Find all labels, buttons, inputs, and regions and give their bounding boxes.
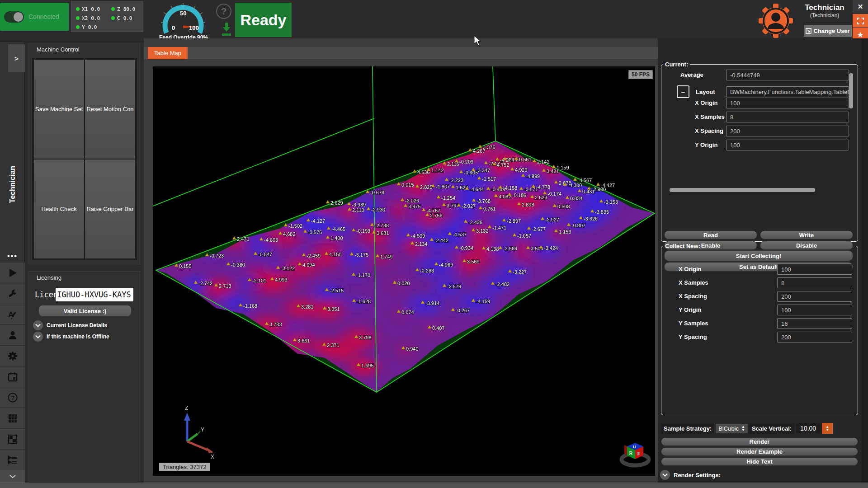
svg-text:4.193: 4.193 — [508, 157, 520, 162]
svg-text:2.756: 2.756 — [430, 213, 443, 218]
sample-strategy-select[interactable]: BiCubic ▲▼ — [716, 424, 748, 433]
row-input[interactable]: 200 — [777, 332, 852, 343]
valid-license-button[interactable]: Valid License :) — [38, 305, 132, 317]
row-input[interactable]: 100 — [777, 264, 852, 275]
svg-text:-3.227: -3.227 — [513, 269, 527, 275]
hide-text-button[interactable]: Hide Text — [661, 457, 858, 466]
svg-text:2.142: 2.142 — [537, 159, 550, 164]
sample-strategy-label: Sample Strategy: — [661, 423, 714, 434]
svg-text:Y: Y — [201, 427, 204, 433]
rail-button-gear[interactable] — [0, 346, 25, 366]
render-button[interactable]: Render — [661, 437, 858, 446]
rail-button-help[interactable]: ? — [0, 387, 25, 408]
svg-text:-0.186: -0.186 — [512, 192, 526, 198]
render-settings-row[interactable]: Render Settings: — [660, 470, 721, 480]
svg-text:4.150: 4.150 — [329, 252, 342, 257]
rail-collapse-button[interactable] — [0, 470, 25, 483]
row-input[interactable]: 100 — [777, 305, 852, 315]
machine-control-button[interactable]: Raise Gripper Bar — [85, 160, 135, 258]
help-icon[interactable]: ? — [216, 4, 231, 19]
row-input[interactable]: 100 — [726, 140, 849, 150]
scale-vertical-input[interactable]: 10.00 — [796, 423, 821, 433]
machine-control-button[interactable]: Reset Motion Con — [85, 60, 135, 159]
svg-text:2.629: 2.629 — [330, 200, 343, 206]
fullscreen-button[interactable] — [853, 14, 868, 28]
axis-name: X2 — [82, 15, 88, 21]
svg-text:-2.927: -2.927 — [545, 217, 559, 222]
axis-value: 0.0 — [123, 15, 132, 21]
collect-row-x-spacing: X Spacing200 — [664, 293, 852, 300]
license-key-input[interactable]: IGHUO-HXVUG-KAYS — [56, 288, 133, 301]
license-collapse-row[interactable]: If this machine is Offline — [33, 332, 109, 342]
change-user-button[interactable]: Change User — [804, 25, 852, 37]
gauge-icon: 50 0 100 — [157, 1, 210, 34]
row-label: X Samples — [679, 279, 708, 286]
triangles-badge: Triangles: 37372 — [159, 463, 210, 471]
row-input[interactable]: 200 — [777, 291, 852, 302]
scale-vertical-spinner[interactable]: ▲▼ — [822, 423, 833, 434]
rail-button-wrench[interactable] — [0, 283, 25, 304]
wrench-icon — [7, 288, 18, 299]
svg-text:3.569: 3.569 — [467, 259, 480, 264]
current-row-x-samples: X Samples8 — [664, 113, 852, 120]
svg-text:-2.223: -2.223 — [449, 178, 463, 183]
svg-text:-2.897: -2.897 — [507, 218, 521, 224]
rail-button-checkerboard[interactable] — [0, 429, 25, 450]
row-input[interactable]: 8 — [777, 277, 852, 288]
license-collapse-row[interactable]: Current License Details — [33, 320, 107, 330]
row-input[interactable]: -0.5444749 — [726, 70, 849, 80]
help-icon: ? — [7, 392, 18, 403]
feed-override-gauge[interactable]: 50 0 100 Feed Override 90% — [157, 1, 210, 42]
current-horizontal-scrollbar[interactable] — [670, 188, 815, 192]
rail-button-edit-text[interactable]: A — [0, 304, 25, 325]
collect-row-y-origin: Y Origin100 — [664, 306, 852, 313]
rail-expand-button[interactable]: > — [8, 44, 25, 72]
svg-text:2.471: 2.471 — [237, 236, 250, 242]
license-label: License — [35, 290, 56, 299]
row-input[interactable]: 8 — [726, 112, 849, 122]
svg-text:X: X — [211, 454, 214, 460]
tab-bar: Table Map — [144, 47, 658, 59]
svg-text:1.159: 1.159 — [557, 165, 569, 170]
rail-button-playlist[interactable] — [0, 450, 25, 470]
start-collecting-button[interactable]: Start Collecting! — [664, 250, 853, 261]
tab-table-map[interactable]: Table Map — [148, 47, 188, 59]
avatar[interactable] — [756, 1, 796, 41]
row-label: X Samples — [695, 113, 725, 120]
row-input[interactable]: 16 — [777, 318, 852, 329]
rail-button-calendar[interactable] — [0, 366, 25, 387]
svg-text:-3.175: -3.175 — [354, 252, 368, 258]
machine-control-button[interactable]: Health Check — [34, 160, 84, 258]
svg-text:-2.742: -2.742 — [198, 281, 212, 286]
rail-overflow-dots[interactable]: ••• — [0, 252, 25, 260]
svg-text:-3.626: -3.626 — [584, 216, 598, 221]
layout-collapse-button[interactable]: − — [677, 85, 689, 98]
download-icon[interactable] — [220, 22, 233, 39]
machine-control-button[interactable]: Save Machine Set — [34, 60, 84, 159]
svg-text:-0.723: -0.723 — [210, 253, 224, 258]
connected-toggle[interactable] — [4, 11, 24, 23]
user-name: Technician — [797, 3, 852, 12]
svg-text:1.749: 1.749 — [380, 254, 393, 259]
svg-text:-1.807: -1.807 — [436, 184, 450, 189]
read-button[interactable]: Read — [664, 230, 757, 239]
current-row-y-origin: Y Origin100 — [664, 141, 852, 148]
write-button[interactable]: Write — [760, 230, 853, 239]
window-right-edge — [861, 38, 868, 484]
close-button[interactable]: ✕ — [853, 0, 868, 14]
rail-button-play[interactable] — [0, 263, 25, 283]
row-input[interactable]: 100 — [726, 98, 849, 108]
svg-text:-3.347: -3.347 — [476, 168, 490, 173]
rail-button-person[interactable] — [0, 325, 25, 346]
rail-button-grid[interactable] — [0, 408, 25, 429]
svg-text:-0.283: -0.283 — [420, 268, 434, 273]
current-vertical-scrollbar[interactable] — [849, 73, 853, 108]
svg-text:-0.847: -0.847 — [258, 252, 272, 257]
svg-text:3.783: 3.783 — [269, 322, 282, 327]
svg-text:4.993: 4.993 — [275, 277, 288, 282]
render-example-button[interactable]: Render Example — [661, 447, 858, 456]
row-input[interactable]: 200 — [726, 126, 849, 136]
table-map-viewport[interactable]: 0.155-0.723-0.3802.471-4.603-0.8474.682-… — [153, 66, 655, 476]
chevron-down-icon — [33, 320, 43, 330]
row-input[interactable]: BWMachinery.Functions.TableMapping.Table… — [726, 86, 849, 97]
